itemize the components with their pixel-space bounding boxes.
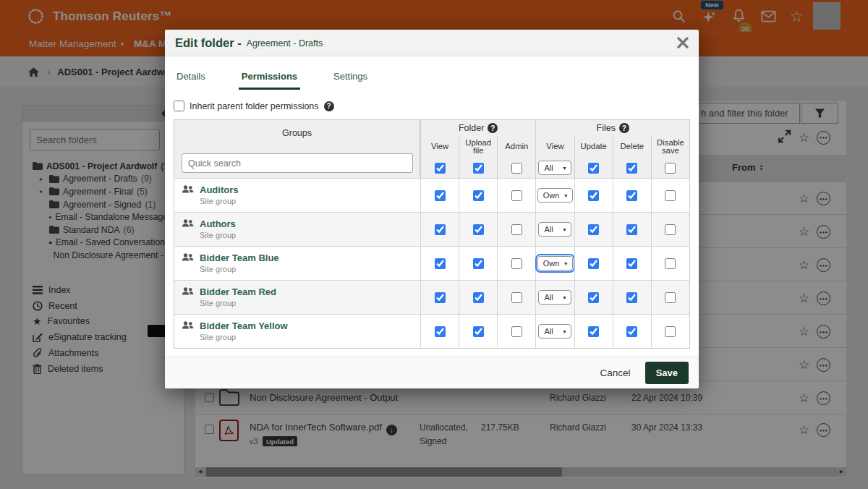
- permission-row-bidder-yellow: Bidder Team YellowSite group All▾: [174, 314, 689, 348]
- group-type: Site group: [200, 265, 279, 273]
- tab-permissions[interactable]: Permissions: [239, 67, 300, 90]
- files-view-select[interactable]: Own▾: [537, 188, 574, 203]
- group-type: Site group: [200, 299, 276, 307]
- group-name[interactable]: Bidder Team Yellow: [200, 320, 288, 331]
- upload-checkbox[interactable]: [473, 190, 484, 201]
- tab-settings[interactable]: Settings: [331, 67, 370, 90]
- group-name[interactable]: Bidder Team Blue: [200, 252, 279, 263]
- delete-checkbox[interactable]: [626, 224, 637, 235]
- permission-row-bidder-red: Bidder Team RedSite group All▾: [174, 280, 689, 314]
- master-upload-checkbox[interactable]: [473, 163, 484, 174]
- groups-header-cell: Groups Quick search: [174, 120, 420, 178]
- col-files-view: View: [535, 136, 574, 158]
- admin-checkbox[interactable]: [511, 258, 522, 269]
- permission-row-bidder-blue: Bidder Team BlueSite group Own▾: [174, 246, 689, 280]
- help-icon[interactable]: ?: [619, 123, 629, 133]
- save-button[interactable]: Save: [645, 362, 689, 384]
- edit-folder-modal: Edit folder - Agreement - Drafts Details…: [165, 30, 699, 388]
- col-upload-file: Upload file: [459, 136, 497, 158]
- group-type: Site group: [200, 231, 236, 239]
- col-folder-view: View: [420, 136, 459, 158]
- folder-view-checkbox[interactable]: [435, 292, 446, 303]
- chevron-down-icon: ▾: [563, 165, 566, 171]
- update-checkbox[interactable]: [588, 258, 599, 269]
- inherit-permissions-row: Inherit parent folder permissions ?: [174, 101, 690, 111]
- chevron-down-icon: ▾: [564, 192, 567, 199]
- chevron-down-icon: ▾: [564, 260, 567, 267]
- inherit-permissions-label: Inherit parent folder permissions: [190, 101, 319, 111]
- folder-view-checkbox[interactable]: [435, 258, 446, 269]
- delete-checkbox[interactable]: [626, 292, 637, 303]
- master-files-view-select[interactable]: All▾: [538, 161, 571, 175]
- cancel-button[interactable]: Cancel: [600, 367, 631, 378]
- modal-title: Edit folder -: [175, 36, 242, 50]
- master-update-checkbox[interactable]: [588, 163, 599, 174]
- disable-save-checkbox[interactable]: [665, 326, 676, 337]
- upload-checkbox[interactable]: [473, 258, 484, 269]
- delete-checkbox[interactable]: [626, 190, 637, 201]
- permissions-table-header: Groups Quick search Folder? Files? View …: [174, 120, 689, 178]
- modal-body: Details Permissions Settings Inherit par…: [165, 56, 699, 349]
- group-name[interactable]: Auditors: [200, 184, 238, 195]
- modal-footer: Cancel Save: [165, 357, 699, 388]
- master-delete-checkbox[interactable]: [626, 163, 637, 174]
- update-checkbox[interactable]: [588, 190, 599, 201]
- col-delete: Delete: [613, 136, 651, 158]
- folder-view-checkbox[interactable]: [435, 190, 446, 201]
- permissions-table: Groups Quick search Folder? Files? View …: [174, 119, 690, 349]
- master-disable-save-checkbox[interactable]: [665, 163, 676, 174]
- group-users-icon: [182, 184, 194, 194]
- help-icon[interactable]: ?: [324, 101, 334, 111]
- update-checkbox[interactable]: [588, 292, 599, 303]
- files-view-select[interactable]: All▾: [538, 290, 571, 305]
- close-icon[interactable]: [677, 37, 689, 48]
- master-admin-checkbox[interactable]: [511, 163, 522, 174]
- modal-subtitle: Agreement - Drafts: [247, 37, 323, 48]
- update-checkbox[interactable]: [588, 224, 599, 235]
- permission-row-authors: AuthorsSite group All▾: [174, 212, 689, 246]
- disable-save-checkbox[interactable]: [665, 292, 676, 303]
- group-type: Site group: [200, 197, 238, 205]
- delete-checkbox[interactable]: [626, 326, 637, 337]
- col-admin: Admin: [497, 136, 535, 158]
- app: Thomson Reuters™ New 20 ☆ Matter Managem…: [0, 0, 868, 489]
- col-disable-save: Disable save: [651, 136, 689, 158]
- upload-checkbox[interactable]: [473, 326, 484, 337]
- admin-checkbox[interactable]: [511, 224, 522, 235]
- admin-checkbox[interactable]: [511, 326, 522, 337]
- files-view-select[interactable]: All▾: [538, 324, 571, 339]
- admin-checkbox[interactable]: [511, 292, 522, 303]
- delete-checkbox[interactable]: [626, 258, 637, 269]
- col-update: Update: [574, 136, 613, 158]
- update-checkbox[interactable]: [588, 326, 599, 337]
- chevron-down-icon: ▾: [563, 294, 566, 301]
- chevron-down-icon: ▾: [563, 226, 566, 233]
- group-type: Site group: [200, 333, 288, 341]
- disable-save-checkbox[interactable]: [665, 190, 676, 201]
- inherit-permissions-checkbox[interactable]: [174, 101, 184, 111]
- groups-header-label: Groups: [174, 128, 420, 138]
- files-view-select-focused[interactable]: Own▾: [537, 256, 574, 271]
- folder-group-header: Folder?: [420, 120, 535, 136]
- disable-save-checkbox[interactable]: [665, 224, 676, 235]
- folder-view-checkbox[interactable]: [435, 326, 446, 337]
- files-view-select[interactable]: All▾: [538, 222, 571, 237]
- group-users-icon: [182, 252, 194, 262]
- group-users-icon: [182, 218, 194, 228]
- permission-row-auditors: AuditorsSite group Own▾: [174, 178, 689, 212]
- disable-save-checkbox[interactable]: [665, 258, 676, 269]
- files-group-header: Files?: [535, 120, 689, 136]
- tab-details[interactable]: Details: [174, 67, 208, 90]
- admin-checkbox[interactable]: [511, 190, 522, 201]
- group-name[interactable]: Authors: [200, 218, 236, 229]
- group-users-icon: [182, 286, 194, 296]
- folder-view-checkbox[interactable]: [435, 224, 446, 235]
- group-name[interactable]: Bidder Team Red: [200, 286, 276, 297]
- upload-checkbox[interactable]: [473, 292, 484, 303]
- modal-tabs: Details Permissions Settings: [174, 67, 690, 90]
- upload-checkbox[interactable]: [473, 224, 484, 235]
- master-folder-view-checkbox[interactable]: [435, 163, 446, 174]
- quick-search-input[interactable]: Quick search: [182, 153, 413, 173]
- modal-header: Edit folder - Agreement - Drafts: [165, 30, 699, 56]
- help-icon[interactable]: ?: [488, 123, 498, 133]
